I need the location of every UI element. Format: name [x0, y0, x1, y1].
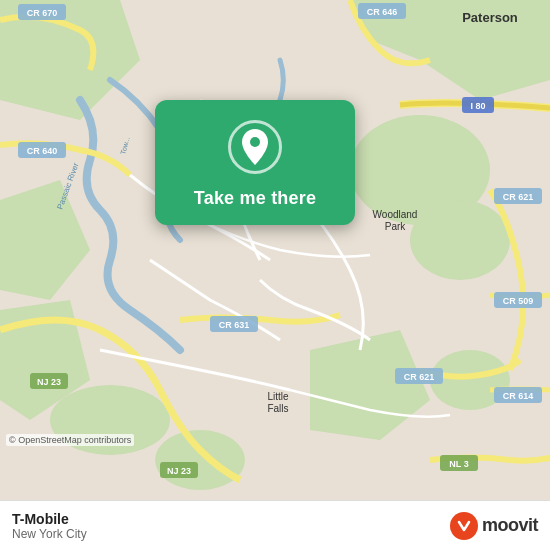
svg-text:NJ 23: NJ 23: [167, 466, 191, 476]
take-me-there-label: Take me there: [194, 188, 316, 209]
take-me-there-popup[interactable]: Take me there: [155, 100, 355, 225]
svg-text:Falls: Falls: [267, 403, 288, 414]
svg-text:CR 670: CR 670: [27, 8, 58, 18]
moovit-logo[interactable]: moovit: [450, 512, 538, 540]
svg-text:Park: Park: [385, 221, 407, 232]
svg-point-4: [410, 200, 510, 280]
bottom-bar: T-Mobile New York City moovit: [0, 500, 550, 550]
moovit-icon: [450, 512, 478, 540]
svg-text:Little: Little: [267, 391, 289, 402]
svg-text:CR 646: CR 646: [367, 7, 398, 17]
location-name: T-Mobile: [12, 511, 87, 527]
location-pin-icon: [228, 120, 282, 174]
svg-text:CR 621: CR 621: [404, 372, 435, 382]
svg-point-8: [155, 430, 245, 490]
location-info: T-Mobile New York City: [12, 511, 87, 541]
map-container: CR 670 CR 646 I 80 CR 640 CR 621 CR 621 …: [0, 0, 550, 500]
svg-point-42: [250, 137, 260, 147]
svg-text:CR 509: CR 509: [503, 296, 534, 306]
moovit-brand-text: moovit: [482, 515, 538, 536]
svg-text:NJ 23: NJ 23: [37, 377, 61, 387]
svg-text:CR 640: CR 640: [27, 146, 58, 156]
svg-text:Woodland: Woodland: [373, 209, 418, 220]
location-city: New York City: [12, 527, 87, 541]
svg-text:CR 631: CR 631: [219, 320, 250, 330]
svg-text:Paterson: Paterson: [462, 10, 518, 25]
map-background: CR 670 CR 646 I 80 CR 640 CR 621 CR 621 …: [0, 0, 550, 500]
svg-text:I 80: I 80: [470, 101, 485, 111]
svg-text:CR 614: CR 614: [503, 391, 534, 401]
svg-text:NL 3: NL 3: [449, 459, 468, 469]
map-attribution: © OpenStreetMap contributors: [6, 434, 134, 446]
svg-point-43: [452, 514, 476, 538]
svg-text:CR 621: CR 621: [503, 192, 534, 202]
